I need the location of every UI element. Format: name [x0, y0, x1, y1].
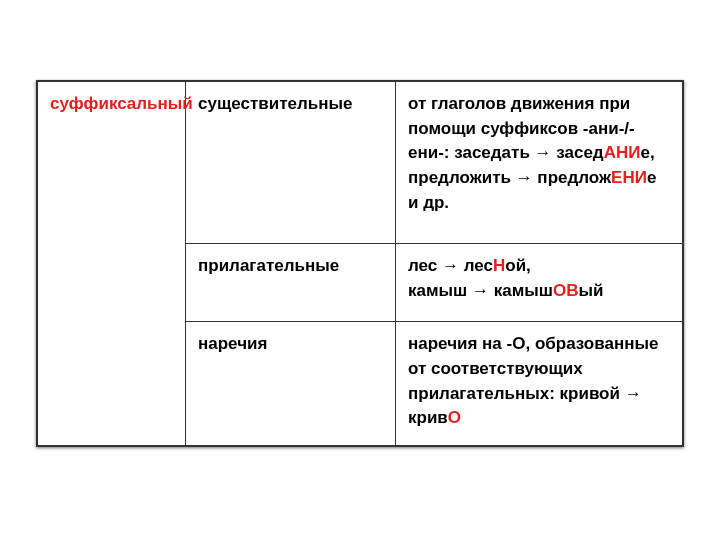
highlight-suffix: ОВ [553, 281, 579, 300]
pos-label: существительные [198, 94, 352, 113]
example-cell: наречия на -О, образованные от соответст… [396, 322, 683, 446]
pos-cell: существительные [186, 82, 396, 244]
pos-label: наречия [198, 334, 267, 353]
example-text: от глаголов движения при помощи суффиксо… [408, 94, 635, 162]
example-text: ой, [505, 256, 531, 275]
example-text: лес → лес [408, 256, 493, 275]
example-text: наречия на -О, образованные от соответст… [408, 334, 658, 427]
highlight-suffix: АНИ [604, 143, 641, 162]
pos-cell: наречия [186, 322, 396, 446]
highlight-suffix: ЕНИ [611, 168, 647, 187]
example-text: камыш → камыш [408, 281, 553, 300]
table-row: суффиксальный существительные от глаголо… [38, 82, 683, 244]
example-cell: лес → лесНой, камыш → камышОВый [396, 244, 683, 322]
method-cell: суффиксальный [38, 82, 186, 446]
method-label: суффиксальный [50, 94, 193, 113]
morphology-table: суффиксальный существительные от глаголо… [37, 81, 683, 446]
table-container: суффиксальный существительные от глаголо… [36, 80, 684, 447]
example-text: ый [578, 281, 603, 300]
slide: суффиксальный существительные от глаголо… [0, 0, 720, 540]
pos-cell: прилагательные [186, 244, 396, 322]
highlight-suffix: Н [493, 256, 505, 275]
highlight-suffix: О [448, 408, 461, 427]
pos-label: прилагательные [198, 256, 339, 275]
example-cell: от глаголов движения при помощи суффиксо… [396, 82, 683, 244]
